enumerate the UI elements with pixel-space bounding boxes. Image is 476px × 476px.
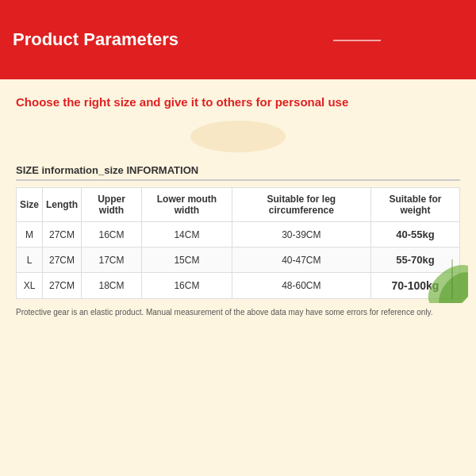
cell-length-xl: 27CM <box>43 273 82 299</box>
table-header-row: Size Length Upper width Lower mouth widt… <box>17 188 460 222</box>
cell-length-l: 27CM <box>43 248 82 273</box>
size-info-label: SIZE information_size INFORMATION <box>16 164 460 181</box>
table-row: M 27CM 16CM 14CM 30-39CM 40-55kg <box>17 222 460 248</box>
col-weight: Suitable for weight <box>370 188 459 222</box>
cell-leg-xl: 48-60CM <box>232 273 370 299</box>
table-container: Size Length Upper width Lower mouth widt… <box>16 187 460 299</box>
cell-lower-l: 15CM <box>141 248 232 273</box>
table-row: L 27CM 17CM 15CM 40-47CM 55-70kg <box>17 248 460 273</box>
leaf-decoration-icon <box>405 240 468 303</box>
page-wrapper: Product Parameters Choose the right size… <box>0 0 476 476</box>
cell-size-xl: XL <box>17 273 43 299</box>
footer-note: Protective gear is an elastic product. M… <box>16 307 460 318</box>
col-size: Size <box>17 188 43 222</box>
cell-upper-m: 16CM <box>82 222 142 248</box>
header-decoration <box>333 40 381 41</box>
col-lower-mouth: Lower mouth width <box>141 188 232 222</box>
table-row: XL 27CM 18CM 16CM 48-60CM 70-100kg <box>17 273 460 299</box>
cell-upper-xl: 18CM <box>82 273 142 299</box>
watermark-shape <box>190 121 286 152</box>
cell-size-l: L <box>17 248 43 273</box>
col-leg-circ: Suitable for leg circumference <box>232 188 370 222</box>
cell-length-m: 27CM <box>43 222 82 248</box>
col-length: Length <box>43 188 82 222</box>
cell-upper-l: 17CM <box>82 248 142 273</box>
header-section: Product Parameters <box>0 0 476 79</box>
size-table: Size Length Upper width Lower mouth widt… <box>16 187 460 299</box>
cell-leg-l: 40-47CM <box>232 248 370 273</box>
cell-size-m: M <box>17 222 43 248</box>
col-upper-width: Upper width <box>82 188 142 222</box>
cell-lower-m: 14CM <box>141 222 232 248</box>
main-content: Choose the right size and give it to oth… <box>0 79 476 476</box>
cell-lower-xl: 16CM <box>141 273 232 299</box>
cell-leg-m: 30-39CM <box>232 222 370 248</box>
subtitle: Choose the right size and give it to oth… <box>16 95 460 109</box>
header-title: Product Parameters <box>13 29 178 50</box>
watermark-area <box>16 117 460 156</box>
